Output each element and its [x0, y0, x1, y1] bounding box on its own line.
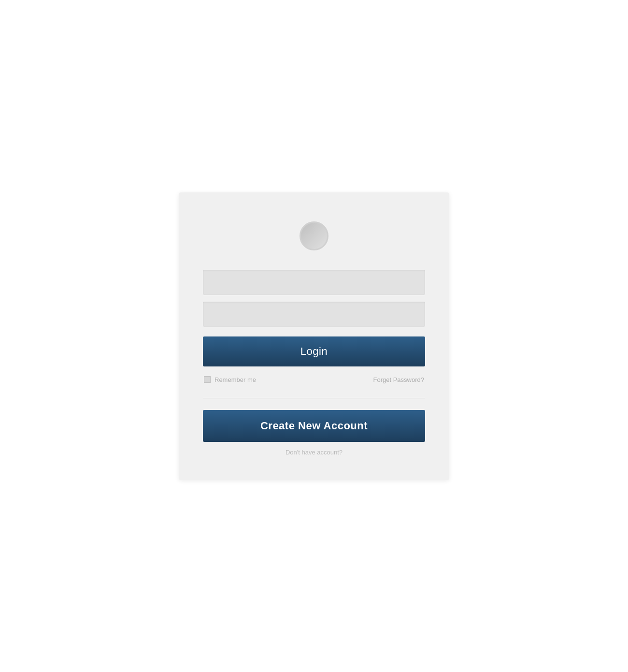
forgot-password-link[interactable]: Forget Password? [373, 376, 425, 383]
logo-icon [300, 221, 328, 250]
options-row: Remember me Forget Password? [203, 376, 425, 383]
remember-me-label: Remember me [214, 376, 256, 383]
no-account-text: Don't have account? [203, 449, 425, 456]
remember-me-checkbox[interactable] [204, 376, 211, 383]
password-input[interactable] [203, 302, 425, 327]
login-card: Login Remember me Forget Password? Creat… [179, 192, 449, 480]
username-input[interactable] [203, 270, 425, 295]
logo-area [203, 221, 425, 250]
login-button[interactable]: Login [203, 336, 425, 366]
create-account-button[interactable]: Create New Account [203, 410, 425, 442]
remember-me-row: Remember me [204, 376, 256, 383]
divider [203, 398, 425, 398]
